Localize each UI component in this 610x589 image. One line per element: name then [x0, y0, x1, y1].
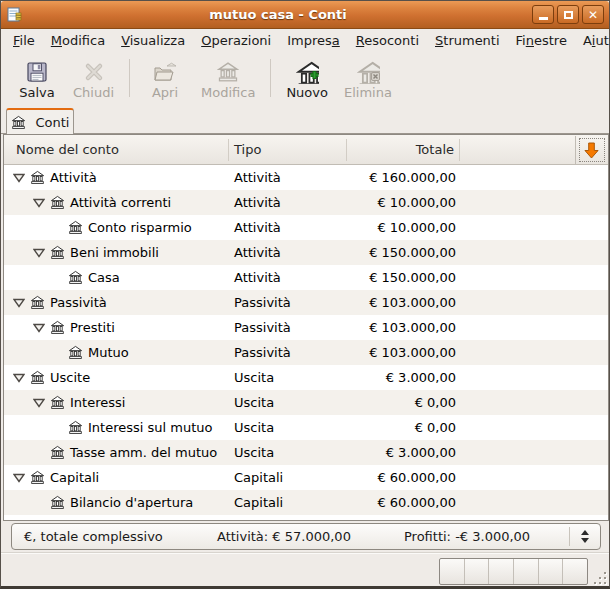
- account-type: Uscita: [234, 445, 274, 460]
- column-separator[interactable]: [346, 139, 347, 161]
- account-type: Passività: [234, 320, 291, 335]
- account-type: Uscita: [234, 395, 274, 410]
- column-header-type[interactable]: Tipo: [234, 135, 261, 164]
- orange-down-arrow-icon: [579, 138, 605, 162]
- bank-icon: [50, 445, 65, 460]
- new-bank-plus-icon: [294, 59, 320, 85]
- notebook-tabbar: Conti: [1, 105, 609, 134]
- expander-icon[interactable]: [32, 198, 46, 208]
- tree-body: Attività Attività € 160.000,00 Attività …: [4, 165, 608, 515]
- account-type: Attività: [234, 270, 281, 285]
- account-name: Casa: [88, 270, 120, 285]
- edit-bank-icon: [215, 59, 241, 85]
- save-button[interactable]: Salva: [9, 54, 65, 102]
- row-passivita[interactable]: Passività Passività € 103.000,00: [4, 290, 608, 315]
- account-name: Interessi sul mutuo: [88, 420, 212, 435]
- menu-modifica[interactable]: Modifica: [43, 31, 113, 50]
- row-capitali[interactable]: Capitali Capitali € 60.000,00: [4, 465, 608, 490]
- menu-impresa[interactable]: Impresa: [279, 31, 348, 50]
- resize-grip[interactable]: [593, 571, 606, 584]
- column-separator[interactable]: [228, 139, 229, 161]
- menu-resoconti[interactable]: Resoconti: [348, 31, 427, 50]
- account-total: € 103.000,00: [346, 320, 456, 335]
- account-total: € 0,00: [346, 420, 456, 435]
- bank-icon: [30, 295, 45, 310]
- row-prestiti[interactable]: Prestiti Passività € 103.000,00: [4, 315, 608, 340]
- expander-icon[interactable]: [12, 373, 26, 383]
- row-casa[interactable]: Casa Attività € 150.000,00: [4, 265, 608, 290]
- app-icon: [6, 6, 24, 24]
- toolbar: Salva Chiudi Apri: [1, 51, 609, 105]
- menu-strumenti[interactable]: Strumenti: [427, 31, 508, 50]
- minimize-icon: [539, 17, 548, 20]
- chevron-up-icon: [581, 530, 589, 535]
- account-type: Attività: [234, 220, 281, 235]
- account-type: Attività: [234, 245, 281, 260]
- row-attivita-correnti[interactable]: Attività correnti Attività € 10.000,00: [4, 190, 608, 215]
- bank-icon: [50, 395, 65, 410]
- summary-assets-value: Attività: € 57.000,00: [217, 529, 351, 544]
- expander-icon[interactable]: [32, 323, 46, 333]
- bank-icon: [68, 420, 83, 435]
- menu-visualizza[interactable]: Visualizza: [113, 31, 193, 50]
- account-total: € 60.000,00: [346, 470, 456, 485]
- expander-icon[interactable]: [12, 298, 26, 308]
- summary-spinner-button[interactable]: [577, 524, 593, 549]
- toolbar-separator: [270, 59, 271, 97]
- row-mutuo[interactable]: Mutuo Passività € 103.000,00: [4, 340, 608, 365]
- account-total: € 10.000,00: [346, 195, 456, 210]
- account-name: Attività: [50, 170, 97, 185]
- close-label: Chiudi: [73, 85, 114, 100]
- expander-icon[interactable]: [32, 248, 46, 258]
- close-x-icon: [81, 59, 107, 85]
- close-tab-button: Chiudi: [65, 54, 122, 102]
- menu-aiuto[interactable]: Aiuto: [575, 31, 610, 50]
- maximize-button[interactable]: [557, 5, 579, 24]
- row-bilancio-dapertura[interactable]: Bilancio d'apertura Capitali € 60.000,00: [4, 490, 608, 515]
- row-uscite[interactable]: Uscite Uscita € 3.000,00: [4, 365, 608, 390]
- summary-separator: [569, 527, 570, 546]
- progress-cell: [563, 559, 587, 584]
- expander-icon[interactable]: [12, 473, 26, 483]
- account-name: Conto risparmio: [88, 220, 192, 235]
- row-attivita[interactable]: Attività Attività € 160.000,00: [4, 165, 608, 190]
- column-separator[interactable]: [459, 139, 460, 161]
- row-tasse-amm-del-mutuo[interactable]: Tasse amm. del mutuo Uscita € 3.000,00: [4, 440, 608, 465]
- menu-operazioni[interactable]: Operazioni: [193, 31, 279, 50]
- account-name: Passività: [50, 295, 107, 310]
- bank-icon: [50, 195, 65, 210]
- bank-icon: [30, 170, 45, 185]
- close-button[interactable]: ✕: [582, 5, 604, 24]
- new-label: Nuovo: [286, 85, 328, 100]
- summary-bar-combobox[interactable]: €, totale complessivo Attività: € 57.000…: [11, 523, 601, 550]
- minimize-button[interactable]: [532, 5, 554, 24]
- delete-label: Elimina: [344, 85, 392, 100]
- account-total: € 150.000,00: [346, 245, 456, 260]
- accounts-tree: Nome del conto Tipo Totale Attività Atti…: [3, 134, 609, 521]
- row-beni-immobili[interactable]: Beni immobili Attività € 150.000,00: [4, 240, 608, 265]
- progress-cell: [465, 559, 490, 584]
- account-type: Capitali: [234, 495, 283, 510]
- column-header-name[interactable]: Nome del conto: [16, 135, 119, 164]
- summary-scope-label: €, totale complessivo: [24, 529, 163, 544]
- account-type: Capitali: [234, 470, 283, 485]
- row-interessi[interactable]: Interessi Uscita € 0,00: [4, 390, 608, 415]
- account-total: € 3.000,00: [346, 445, 456, 460]
- expander-icon[interactable]: [12, 173, 26, 183]
- floppy-save-icon: [24, 59, 50, 85]
- row-interessi-sul-mutuo[interactable]: Interessi sul mutuo Uscita € 0,00: [4, 415, 608, 440]
- bank-icon: [30, 370, 45, 385]
- menu-file[interactable]: File: [5, 31, 43, 50]
- progress-cell: [514, 559, 539, 584]
- column-options-button[interactable]: [575, 136, 607, 164]
- summary-profits-value: Profitti: -€ 3.000,00: [404, 529, 530, 544]
- tab-conti[interactable]: Conti: [6, 108, 74, 134]
- new-account-button[interactable]: Nuovo: [278, 54, 336, 102]
- delete-bank-icon: [355, 59, 381, 85]
- bank-icon: [50, 320, 65, 335]
- row-conto-risparmio[interactable]: Conto risparmio Attività € 10.000,00: [4, 215, 608, 240]
- column-header-total[interactable]: Totale: [346, 135, 454, 164]
- expander-icon[interactable]: [32, 398, 46, 408]
- account-name: Uscite: [50, 370, 90, 385]
- menu-finestre[interactable]: Finestre: [508, 31, 575, 50]
